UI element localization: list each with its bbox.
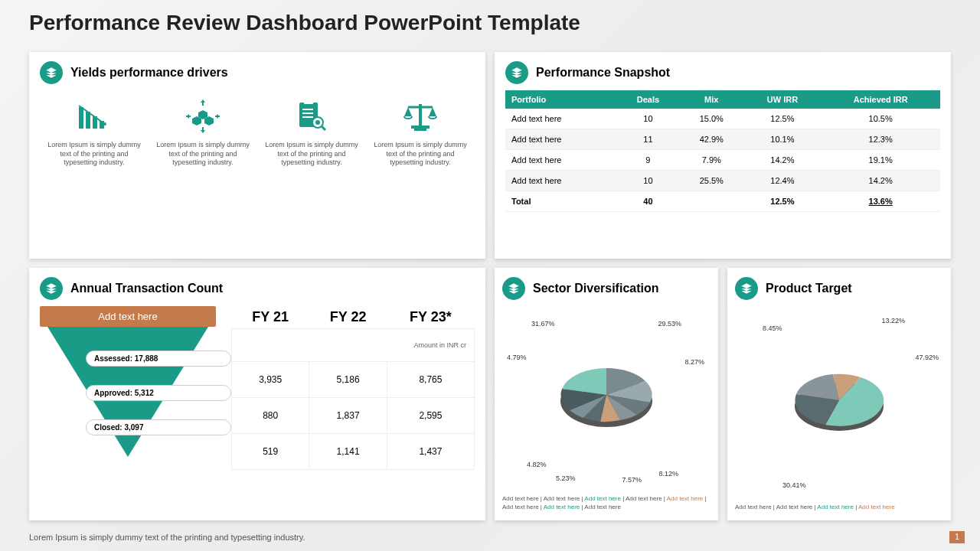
svg-rect-7: [302, 109, 313, 110]
th-mix: Mix: [679, 90, 744, 109]
driver-item: Lorem Ipsum is simply dummy text of the …: [155, 98, 251, 168]
pie-label: 8.45%: [763, 324, 782, 332]
driver-text: Lorem Ipsum is simply dummy text of the …: [47, 141, 142, 168]
product-title: Product Target: [766, 282, 852, 295]
svg-rect-14: [414, 129, 426, 131]
snapshot-card: Performance Snapshot Portfolio Deals Mix…: [495, 52, 951, 259]
layers-icon: [40, 277, 63, 300]
funnel-stage: Closed: 3,097: [86, 419, 231, 435]
svg-point-11: [315, 120, 320, 125]
layers-icon: [40, 61, 63, 84]
svg-rect-9: [302, 116, 313, 118]
pie-label: 8.12%: [658, 470, 678, 478]
pie-label: 4.79%: [507, 354, 527, 361]
pie-label: 4.82%: [527, 461, 547, 468]
table-row: 3,9355,1868,765: [232, 361, 475, 397]
table-row: 8801,8372,595: [232, 397, 475, 433]
funnel-top-label: Add text here: [40, 306, 216, 327]
drivers-title: Yields performance drivers: [70, 66, 228, 80]
svg-rect-8: [302, 112, 313, 114]
product-legend: Add text here | Add text here | Add text…: [735, 503, 943, 511]
page-number: 1: [949, 531, 965, 543]
svg-rect-0: [79, 107, 83, 129]
sector-pie: 31.67% 29.53% 8.27% 8.12% 7.57% 5.23% 4.…: [502, 306, 710, 491]
table-row: Add text here1025.5%12.4%14.2%: [505, 171, 940, 191]
pies-row: Sector Diversification: [495, 268, 951, 521]
layers-icon: [735, 277, 758, 300]
pie-label: 7.57%: [622, 476, 642, 484]
pie-label: 13.22%: [881, 317, 905, 324]
sector-title: Sector Diversification: [533, 282, 659, 295]
table-row: Add text here1015.0%12.5%10.5%: [505, 109, 940, 129]
funnel: Add text here Assessed: 17,888 Approved:…: [40, 306, 216, 474]
sector-legend: Add text here | Add text here | Add text…: [502, 494, 710, 511]
snapshot-title: Performance Snapshot: [536, 66, 670, 80]
driver-item: Lorem Ipsum is simply dummy text of the …: [47, 98, 142, 168]
pie-label: 30.41%: [782, 481, 806, 489]
driver-text: Lorem Ipsum is simply dummy text of the …: [155, 141, 251, 168]
product-card: Product Target 13.22% 8.45% 47.92% 30.41…: [727, 268, 951, 521]
annual-card: Annual Transaction Count Add text here A…: [29, 268, 485, 521]
drivers-card: Yields performance drivers Lorem Ipsum i…: [29, 52, 485, 259]
footer-text: Lorem Ipsum is simply dummy text of the …: [29, 533, 305, 542]
layers-icon: [505, 61, 528, 84]
driver-item: Lorem Ipsum is simply dummy text of the …: [373, 98, 469, 168]
th-portfolio: Portfolio: [505, 90, 617, 109]
driver-text: Lorem Ipsum is simply dummy text of the …: [264, 141, 360, 168]
clipboard-search-icon: [264, 98, 360, 135]
svg-point-4: [103, 122, 106, 126]
svg-rect-13: [411, 126, 430, 129]
th-deals: Deals: [617, 90, 679, 109]
annual-table: FY 21FY 22FY 23* Amount in INR cr 3,9355…: [231, 306, 475, 474]
product-pie: 13.22% 8.45% 47.92% 30.41%: [735, 306, 943, 500]
chart-decline-icon: [47, 98, 142, 135]
table-row-total: Total4012.5%13.6%: [505, 191, 940, 212]
funnel-stage: Assessed: 17,888: [86, 350, 231, 367]
cubes-expand-icon: [155, 98, 251, 135]
pie-label: 47.92%: [915, 354, 939, 361]
table-row: Add text here1142.9%10.1%12.3%: [505, 129, 940, 150]
table-row: 5191,1411,437: [232, 433, 475, 469]
pie-label: 29.53%: [658, 320, 681, 328]
th-uw: UW IRR: [744, 90, 822, 109]
svg-rect-6: [304, 99, 313, 104]
pie-label: 8.27%: [684, 358, 704, 366]
pie-label: 31.67%: [531, 320, 555, 328]
pie-label: 5.23%: [556, 474, 576, 482]
th-ach: Achieved IRR: [821, 90, 940, 109]
driver-text: Lorem Ipsum is simply dummy text of the …: [373, 141, 469, 168]
snapshot-table: Portfolio Deals Mix UW IRR Achieved IRR …: [505, 90, 940, 212]
sector-card: Sector Diversification: [495, 268, 718, 521]
table-row: Add text here97.9%14.2%19.1%: [505, 150, 940, 171]
svg-rect-1: [86, 112, 90, 129]
slide-title: Performance Review Dashboard PowerPoint …: [0, 0, 980, 35]
layers-icon: [502, 277, 525, 300]
scales-icon: [373, 98, 469, 135]
funnel-stage: Approved: 5,312: [86, 385, 231, 401]
annual-title: Annual Transaction Count: [70, 282, 223, 295]
driver-item: Lorem Ipsum is simply dummy text of the …: [264, 98, 360, 168]
